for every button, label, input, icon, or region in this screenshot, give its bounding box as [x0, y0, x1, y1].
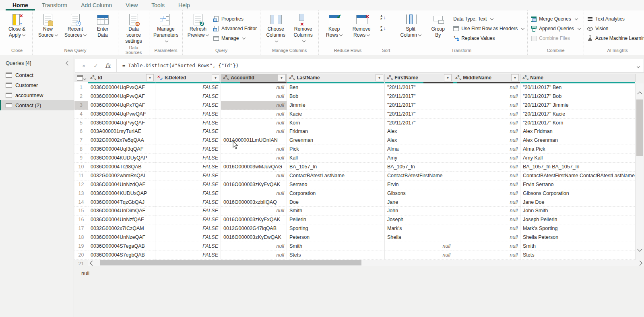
- table-cell[interactable]: FALSE: [155, 136, 221, 145]
- enter-data-button[interactable]: Enter Data: [89, 10, 116, 39]
- use-first-row-as-headers-button[interactable]: Use First Row as Headers: [453, 25, 524, 32]
- table-cell[interactable]: null: [221, 83, 287, 92]
- table-cell[interactable]: null: [453, 110, 520, 119]
- table-cell[interactable]: null: [221, 92, 287, 101]
- scroll-right-icon[interactable]: [637, 261, 642, 266]
- table-cell[interactable]: 001A000001LmUOnIAN: [221, 136, 287, 145]
- table-cell[interactable]: BA_1057_ln: [287, 163, 385, 172]
- properties-button[interactable]: Properties: [213, 16, 257, 22]
- data-source-settings-button[interactable]: ⚙ Data source settings: [120, 10, 147, 45]
- commit-formula-icon[interactable]: ✓: [90, 63, 102, 69]
- table-cell[interactable]: FALSE: [155, 119, 221, 128]
- table-cell[interactable]: null: [453, 136, 520, 145]
- table-cell[interactable]: null: [453, 180, 520, 189]
- azure-machine-learning-button[interactable]: Azure Machine Learning: [587, 35, 644, 41]
- table-cell[interactable]: 0016O000003wMJuvQAG: [221, 163, 287, 172]
- table-cell[interactable]: Ben: [287, 83, 385, 92]
- table-cell[interactable]: Joseph: [385, 215, 453, 224]
- column-header-accountid[interactable]: ABCAccountId: [221, 74, 287, 82]
- tab-view[interactable]: View: [119, 0, 144, 10]
- data-type-button[interactable]: Data Type: Text: [453, 16, 524, 22]
- table-cell[interactable]: "20/11/2017": [385, 92, 453, 101]
- vertical-scrollbar[interactable]: [635, 83, 644, 260]
- row-number[interactable]: 10: [74, 163, 88, 172]
- row-number[interactable]: 5: [74, 119, 88, 128]
- table-cell[interactable]: 0036O00004UqPvwQAF: [88, 110, 155, 119]
- table-cell[interactable]: "20/11/2017" Ben: [520, 83, 636, 92]
- row-number[interactable]: 2: [74, 92, 88, 101]
- scroll-up-icon[interactable]: [637, 91, 642, 97]
- choose-columns-button[interactable]: Choose Columns: [262, 10, 289, 45]
- merge-queries-button[interactable]: Merge Queries: [531, 16, 580, 22]
- keep-rows-button[interactable]: ✓ Keep Rows: [320, 10, 348, 39]
- table-cell[interactable]: null: [221, 110, 287, 119]
- table-cell[interactable]: FALSE: [155, 163, 221, 172]
- table-cell[interactable]: null: [221, 119, 287, 128]
- text-analytics-button[interactable]: Text Analytics: [587, 16, 644, 22]
- table-cell[interactable]: 0036O00004KUDUxQAP: [88, 189, 155, 198]
- table-cell[interactable]: null: [453, 92, 520, 101]
- filter-button[interactable]: [212, 74, 219, 81]
- table-cell[interactable]: 0036O00004UnDimQAF: [88, 207, 155, 215]
- row-number[interactable]: 9: [74, 154, 88, 163]
- table-cell[interactable]: FALSE: [155, 154, 221, 163]
- column-header-isdeleted[interactable]: ×✓IsDeleted: [155, 74, 221, 82]
- sort-ascending-button[interactable]: AZ↓: [380, 15, 386, 21]
- table-cell[interactable]: null: [453, 224, 520, 233]
- table-cell[interactable]: null: [453, 242, 520, 251]
- row-number[interactable]: 6: [74, 127, 88, 136]
- table-cell[interactable]: Peterson: [287, 233, 385, 242]
- table-cell[interactable]: Greenman: [287, 136, 385, 145]
- new-source-button[interactable]: New Source: [34, 10, 62, 39]
- table-cell[interactable]: null: [453, 189, 520, 198]
- table-cell[interactable]: FALSE: [155, 224, 221, 233]
- table-cell[interactable]: Gibsons Corporation: [520, 189, 636, 198]
- cancel-formula-icon[interactable]: ×: [78, 63, 90, 69]
- row-number[interactable]: 18: [74, 233, 88, 242]
- table-cell[interactable]: null: [221, 207, 287, 215]
- table-cell[interactable]: null: [221, 242, 287, 251]
- table-cell[interactable]: Mark's: [385, 224, 453, 233]
- table-cell[interactable]: Alma Pick: [520, 145, 636, 154]
- table-cell[interactable]: Gibsons: [385, 189, 453, 198]
- table-cell[interactable]: Kacie: [287, 110, 385, 119]
- table-cell[interactable]: FALSE: [155, 145, 221, 154]
- horizontal-scrollbar-thumb[interactable]: [100, 260, 361, 265]
- table-cell[interactable]: Joseph Pellerin: [520, 215, 636, 224]
- split-column-button[interactable]: Split Column: [397, 10, 424, 39]
- table-cell[interactable]: "20/11/2017" Jimmie: [520, 101, 636, 110]
- row-number[interactable]: 14: [74, 198, 88, 207]
- table-cell[interactable]: Alma: [385, 145, 453, 154]
- column-header-name[interactable]: ABCName: [520, 74, 636, 82]
- table-cell[interactable]: FALSE: [155, 215, 221, 224]
- table-cell[interactable]: 0016O000003xzblIQAQ: [221, 198, 287, 207]
- column-header-firstname[interactable]: ABCFirstName: [385, 74, 453, 82]
- table-cell[interactable]: Ervin: [385, 180, 453, 189]
- table-cell[interactable]: null: [453, 163, 520, 172]
- append-queries-button[interactable]: Append Queries: [531, 25, 580, 32]
- table-cell[interactable]: Fridman: [287, 127, 385, 136]
- table-cell[interactable]: 0036O00004S7egaQAB: [88, 242, 155, 251]
- table-cell[interactable]: 0016O000003zKyExQAK: [221, 215, 287, 224]
- close-apply-button[interactable]: ×↑ Close & Apply: [3, 10, 31, 39]
- table-cell[interactable]: null: [221, 251, 287, 260]
- row-number[interactable]: 1: [74, 83, 88, 92]
- table-cell[interactable]: Mark's Sporting: [520, 224, 636, 233]
- table-cell[interactable]: null: [221, 145, 287, 154]
- table-cell[interactable]: Jane Doe: [520, 198, 636, 207]
- select-all-corner[interactable]: [74, 74, 88, 82]
- expand-formula-bar-icon[interactable]: [633, 62, 644, 69]
- column-header-lastname[interactable]: ABCLastName: [287, 74, 385, 82]
- table-cell[interactable]: 0036O00004S7egbQAB: [88, 251, 155, 260]
- table-cell[interactable]: Alex Greenman: [520, 136, 636, 145]
- table-cell[interactable]: 0036O00004Tr2l8QAB: [88, 163, 155, 172]
- filter-button[interactable]: [278, 74, 285, 81]
- row-number[interactable]: 4: [74, 110, 88, 119]
- table-cell[interactable]: Pick: [287, 145, 385, 154]
- table-cell[interactable]: 0036O00004UqI3qQAF: [88, 145, 155, 154]
- table-cell[interactable]: FALSE: [155, 172, 221, 180]
- table-cell[interactable]: null: [453, 172, 520, 180]
- table-cell[interactable]: null: [221, 127, 287, 136]
- row-number[interactable]: 16: [74, 215, 88, 224]
- table-cell[interactable]: null: [453, 154, 520, 163]
